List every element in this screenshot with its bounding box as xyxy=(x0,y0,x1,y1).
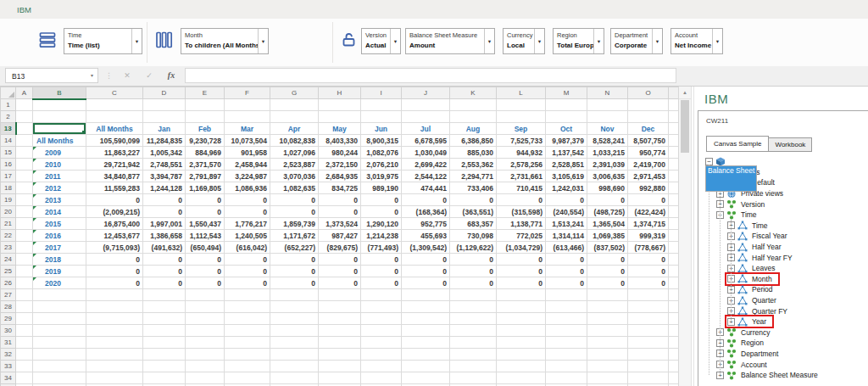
tree-item-account[interactable]: +Account xyxy=(700,359,868,370)
grid-cell[interactable] xyxy=(319,111,361,123)
grid-cell[interactable]: 730,098 xyxy=(450,230,497,242)
grid-cell[interactable] xyxy=(628,372,669,384)
grid-cell[interactable]: 2,294,771 xyxy=(450,171,497,182)
grid-cell[interactable] xyxy=(497,313,546,325)
grid-cell[interactable]: 0 xyxy=(143,277,186,289)
grid-cell[interactable]: 0 xyxy=(270,266,319,277)
grid-cell[interactable]: 0 xyxy=(450,277,497,289)
row-header-29[interactable]: 29 xyxy=(1,313,16,325)
grid-cell[interactable] xyxy=(225,349,270,361)
grid-cell[interactable] xyxy=(86,372,143,384)
grid-cell[interactable] xyxy=(450,349,497,361)
grid-cell[interactable] xyxy=(270,313,319,325)
grid-cell[interactable]: 0 xyxy=(86,277,143,289)
grid-cell[interactable]: 0 xyxy=(361,206,402,218)
grid-cell[interactable]: 834,725 xyxy=(319,182,361,194)
grid-cell[interactable]: 772,025 xyxy=(497,230,546,242)
grid-cell[interactable] xyxy=(669,313,679,325)
grid-cell[interactable] xyxy=(86,301,143,313)
grid-cell[interactable] xyxy=(587,372,628,384)
fx-icon[interactable]: fx xyxy=(164,68,178,83)
grid-cell[interactable]: (1,034,729) xyxy=(497,242,546,254)
grid-cell[interactable] xyxy=(16,289,33,301)
grid-cell[interactable]: Nov xyxy=(587,123,628,135)
grid-cell[interactable] xyxy=(186,337,225,349)
grid-cell[interactable] xyxy=(225,337,270,349)
columns-icon[interactable] xyxy=(155,31,174,48)
dropdown-arrow-icon[interactable]: ▼ xyxy=(712,29,722,53)
grid-cell[interactable] xyxy=(143,361,186,372)
grid-cell[interactable] xyxy=(450,301,497,313)
grid-cell[interactable] xyxy=(361,301,402,313)
grid-cell[interactable] xyxy=(361,289,402,301)
grid-cell[interactable]: (168,364) xyxy=(402,206,450,218)
grid-cell[interactable] xyxy=(402,349,450,361)
grid-cell[interactable]: 3,394,787 xyxy=(143,171,186,182)
grid-cell[interactable]: 952,775 xyxy=(402,218,450,230)
grid-cell[interactable] xyxy=(669,254,679,266)
grid-cell[interactable]: 16,875,400 xyxy=(86,218,143,230)
grid-cell[interactable]: 2,523,887 xyxy=(270,159,319,171)
grid-cell[interactable] xyxy=(497,349,546,361)
grid-cell[interactable]: Jun xyxy=(361,123,402,135)
selector-department[interactable]: Department Corporate ▼ xyxy=(610,28,663,54)
grid-cell[interactable] xyxy=(669,301,679,313)
tree-item-half-year-fy[interactable]: +Half Year FY xyxy=(700,252,868,263)
grid-cell[interactable]: 0 xyxy=(270,277,319,289)
grid-cell[interactable]: (613,466) xyxy=(546,242,587,254)
grid-cell[interactable] xyxy=(587,337,628,349)
grid-cell[interactable]: 0 xyxy=(546,194,587,206)
tab-ibm[interactable]: IBM xyxy=(8,4,40,15)
grid-cell[interactable] xyxy=(16,349,33,361)
grid-cell[interactable] xyxy=(450,313,497,325)
grid-cell[interactable] xyxy=(319,313,361,325)
grid-cell[interactable] xyxy=(86,289,143,301)
grid-cell[interactable] xyxy=(319,99,361,111)
grid-cell[interactable] xyxy=(186,361,225,372)
grid-cell[interactable]: 2,971,453 xyxy=(628,171,669,182)
grid-cell[interactable] xyxy=(186,325,225,337)
grid-cell[interactable] xyxy=(450,361,497,372)
grid-cell[interactable]: 8,528,241 xyxy=(587,135,628,147)
grid-cell[interactable]: 0 xyxy=(546,254,587,266)
grid-cell[interactable] xyxy=(546,337,587,349)
grid-cell[interactable]: 0 xyxy=(143,266,186,277)
row-header-17[interactable]: 17 xyxy=(1,171,16,182)
grid-cell[interactable]: 1,027,096 xyxy=(270,147,319,159)
grid-cell[interactable] xyxy=(319,301,361,313)
grid-cell[interactable] xyxy=(33,313,86,325)
grid-cell[interactable]: Mar xyxy=(225,123,270,135)
grid-cell[interactable]: 884,969 xyxy=(186,147,225,159)
column-header-j[interactable]: J xyxy=(402,87,450,99)
name-box-dropdown-icon[interactable]: ▾ xyxy=(91,69,93,82)
grid-cell[interactable] xyxy=(16,254,33,266)
grid-cell[interactable]: 0 xyxy=(628,194,669,206)
grid-cell[interactable]: 1,082,635 xyxy=(270,182,319,194)
row-label-cell[interactable]: 2013 xyxy=(33,194,86,206)
grid-cell[interactable] xyxy=(669,218,679,230)
grid-cell[interactable] xyxy=(186,349,225,361)
grid-cell[interactable] xyxy=(669,171,679,182)
lock-icon[interactable] xyxy=(341,31,359,48)
grid-cell[interactable]: 1,033,215 xyxy=(587,147,628,159)
column-header-f[interactable]: F xyxy=(225,87,270,99)
grid-cell[interactable] xyxy=(270,361,319,372)
grid-cell[interactable] xyxy=(628,99,669,111)
grid-cell[interactable]: (771,493) xyxy=(361,242,402,254)
grid-cell[interactable] xyxy=(225,99,270,111)
grid-cell[interactable]: 987,427 xyxy=(319,230,361,242)
tree-item-period[interactable]: +Period xyxy=(700,284,868,295)
grid-cell[interactable] xyxy=(546,111,587,123)
grid-cell[interactable] xyxy=(669,372,679,384)
cancel-icon[interactable]: ✕ xyxy=(120,68,134,83)
grid-cell[interactable] xyxy=(546,289,587,301)
grid-cell[interactable] xyxy=(628,349,669,361)
tree-item-balance-sheet-measure[interactable]: +Balance Sheet Measure xyxy=(700,370,868,381)
grid-cell[interactable]: 1,290,120 xyxy=(361,218,402,230)
tree-item-time[interactable]: +Time xyxy=(700,221,868,232)
selector-version[interactable]: Version Actual ▼ xyxy=(361,28,401,54)
grid-cell[interactable]: 2,791,897 xyxy=(186,171,225,182)
column-header-b[interactable]: B xyxy=(33,87,86,99)
grid-cell[interactable] xyxy=(669,206,679,218)
grid-cell[interactable]: 2,419,700 xyxy=(628,159,669,171)
